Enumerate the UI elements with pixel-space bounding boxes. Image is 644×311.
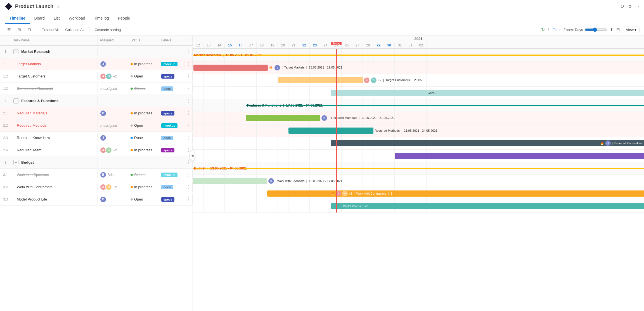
task-name-target-customers[interactable]: Target Customers: [11, 72, 98, 81]
label-badge[interactable]: specs: [161, 74, 174, 79]
status-cell: [128, 160, 159, 165]
more-button[interactable]: ⋮: [184, 133, 193, 143]
more-button[interactable]: ⋮: [184, 170, 193, 180]
task-name-target-markets[interactable]: Target Markets: [11, 60, 98, 68]
task-name-required-know-how[interactable]: Required Know-How: [11, 133, 98, 142]
more-button[interactable]: ⋮: [184, 121, 193, 130]
gantt-cell: [257, 200, 267, 212]
history-icon[interactable]: ⟳: [621, 3, 625, 10]
hierarchy-icon[interactable]: ⊟: [25, 26, 34, 33]
label-badge[interactable]: docs: [161, 86, 173, 91]
more-button[interactable]: ⋮: [184, 59, 193, 69]
collapse-icon[interactable]: −: [13, 49, 18, 54]
gantt-cell: [246, 137, 257, 149]
task-table: Task name Assigned Status Labels + 1 − M…: [0, 36, 193, 311]
gantt-cell: [214, 99, 225, 112]
gantt-cell: [342, 150, 352, 162]
more-options-icon[interactable]: ···: [635, 4, 639, 9]
star-icon[interactable]: ☆: [56, 3, 61, 10]
collapse-all-button[interactable]: Collapse All: [62, 27, 87, 33]
zoom-slider[interactable]: [585, 27, 607, 32]
gantt-cell: [267, 74, 278, 86]
gantt-cell: [257, 187, 267, 200]
task-name-work-sponsors[interactable]: Work with Sponsors: [11, 170, 98, 179]
gantt-cell: [257, 150, 267, 162]
grid-view-icon[interactable]: ⊞: [15, 26, 24, 33]
list-view-icon[interactable]: ☰: [4, 26, 14, 33]
view-button[interactable]: View ▾: [623, 27, 640, 33]
gantt-cell: [267, 200, 278, 212]
task-name-required-team[interactable]: Required Team: [11, 146, 98, 154]
gantt-bar-label: Budget | 13.05.2021 - 04.06.2021: [194, 166, 247, 170]
expand-all-button[interactable]: Expand All: [39, 27, 61, 33]
gantt-row-features: Features & Functions | 17.05.2021 - 04.0…: [193, 99, 644, 112]
tab-timelog[interactable]: Time log: [90, 13, 113, 24]
more-button[interactable]: ⋮: [184, 71, 193, 81]
label-badge[interactable]: mockup: [161, 123, 177, 128]
view-label: View: [626, 28, 634, 32]
row-num: 3.3: [0, 195, 11, 204]
avatar: J: [100, 61, 106, 67]
columns-icon[interactable]: ⊟: [616, 27, 620, 32]
gantt-cell: [235, 187, 246, 200]
gantt-day-today: 15: [225, 42, 235, 48]
gantt-bar-required-methods: [288, 128, 373, 134]
label-cell: specs: [159, 146, 184, 154]
gantt-bar-work-sponsors: [193, 178, 267, 184]
more-button[interactable]: ⋮: [184, 84, 193, 93]
gantt-bar-label: 🔥 J | Required Know-How: [600, 140, 642, 146]
gantt-cell: [310, 137, 320, 149]
more-button[interactable]: ⋮: [184, 96, 193, 106]
status-indicator: In progress: [131, 148, 152, 152]
col-add[interactable]: +: [184, 36, 193, 45]
gantt-cell: [299, 137, 310, 149]
task-name-competitors[interactable]: Competitors Research: [11, 84, 98, 93]
gantt-cell: [352, 150, 363, 162]
task-name-required-materials[interactable]: Required Materials: [11, 109, 98, 117]
gantt-cell: [246, 150, 257, 162]
gantt-cell: [278, 124, 288, 137]
label-badge[interactable]: specs: [161, 197, 174, 202]
gantt-cell: [320, 200, 331, 212]
collapse-icon[interactable]: −: [13, 98, 18, 103]
label-badge[interactable]: docs: [161, 136, 173, 140]
filter-button[interactable]: Filter: [553, 28, 561, 32]
tab-board[interactable]: Board: [30, 13, 49, 24]
tab-people[interactable]: People: [113, 13, 135, 24]
filter-settings-icon[interactable]: ⚙: [628, 4, 632, 9]
gantt-cell: [373, 175, 384, 187]
collapse-icon[interactable]: −: [13, 160, 18, 165]
status-indicator: In progress: [131, 111, 152, 115]
task-name-required-methods[interactable]: Required Methods: [11, 121, 98, 130]
col-num: [0, 36, 11, 45]
status-cell: Done: [128, 133, 159, 142]
task-name-model-product-life[interactable]: Model Product Life: [11, 195, 98, 204]
gantt-collapse-toggle[interactable]: ◀: [190, 150, 195, 161]
cascade-sorting-button[interactable]: Cascade sorting: [92, 27, 124, 33]
tab-timeline[interactable]: Timeline: [5, 13, 30, 24]
label-badge[interactable]: docs: [161, 185, 173, 189]
tab-list[interactable]: List: [49, 13, 64, 24]
tab-workload[interactable]: Workload: [64, 13, 90, 24]
more-button[interactable]: ⋮: [184, 182, 193, 192]
gantt-day-today: 16: [235, 42, 246, 48]
status-dot-icon: [131, 186, 133, 188]
gantt-area[interactable]: 2021 12 13 14 15 16 17 18 19 20 21 22 23…: [193, 36, 644, 311]
refresh-icon[interactable]: ↻: [541, 27, 545, 32]
gantt-cell: [320, 150, 331, 162]
task-name-budget: − Budget: [11, 158, 98, 167]
more-button[interactable]: ⋮: [184, 194, 193, 204]
more-button[interactable]: ⋮: [184, 47, 193, 56]
filter-icon[interactable]: ⫶: [548, 27, 550, 32]
label-badge[interactable]: specs: [161, 111, 174, 116]
more-button[interactable]: ⋮: [184, 108, 193, 118]
label-badge[interactable]: specs: [161, 148, 174, 152]
label-badge[interactable]: mockup: [161, 62, 177, 66]
gantt-cell: [193, 137, 203, 149]
task-name-work-contractors[interactable]: Work with Contractors: [11, 183, 98, 191]
gantt-bar-label: Model Product Life: [343, 204, 368, 208]
label-badge[interactable]: mockup: [161, 173, 177, 177]
export-icon[interactable]: ⬆: [610, 27, 614, 32]
gantt-cell: [246, 124, 257, 137]
gantt-cell: [320, 87, 331, 99]
